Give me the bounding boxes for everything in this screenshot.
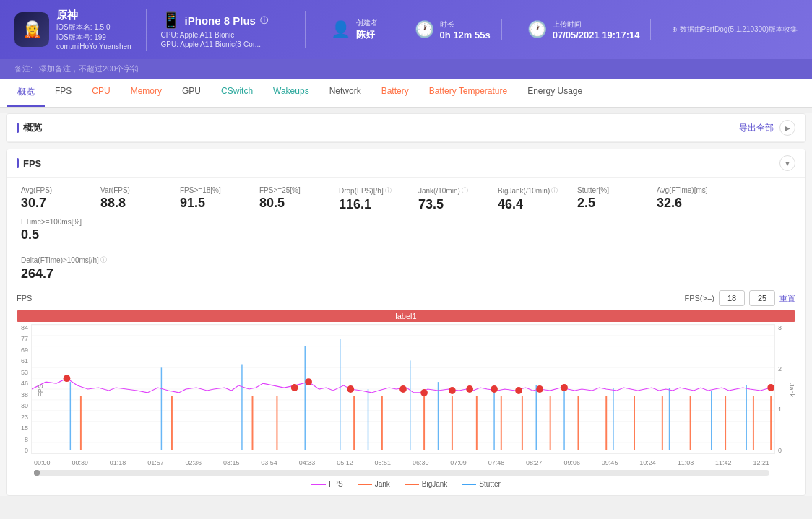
time-14: 09:06 <box>563 459 580 466</box>
y-axis-fps-label: FPS <box>37 384 44 397</box>
svg-point-57 <box>515 387 522 394</box>
metric-ftime-100: FTime>=100ms[%] 0.5 <box>21 218 86 243</box>
metric-var-fps-value: 88.8 <box>100 196 126 211</box>
metric-bigjank-value: 46.4 <box>498 197 523 212</box>
time-6: 03:54 <box>261 459 277 466</box>
time-8: 05:12 <box>337 459 353 466</box>
version-badge: ⊕ 数据由PerfDog(5.1.210300)版本收集 <box>672 25 798 35</box>
y-tick-23: 23 <box>21 414 28 421</box>
gpu-spec: GPU: Apple A11 Bionic(3-Cor... <box>161 40 290 48</box>
y-tick-46: 46 <box>21 380 28 387</box>
metric-fps-25: FPS>=25[%] 80.5 <box>259 186 324 211</box>
cpu-spec: CPU: Apple A11 Bionic <box>161 31 290 39</box>
y-tick-8: 8 <box>25 436 28 443</box>
svg-point-54 <box>449 387 456 394</box>
delta-info-icon[interactable]: ⓘ <box>100 256 107 265</box>
time-17: 11:03 <box>678 459 694 466</box>
upload-label: 上传时间 <box>553 19 640 30</box>
drop-fps-info-icon[interactable]: ⓘ <box>385 186 392 196</box>
fps-collapse-button[interactable]: ▼ <box>779 155 795 171</box>
jank-info-icon[interactable]: ⓘ <box>462 186 468 196</box>
metric-var-fps-label: Var(FPS) <box>100 186 130 194</box>
metric-jank-value: 73.5 <box>418 197 444 212</box>
time-1: 00:39 <box>72 459 88 466</box>
time-16: 10:24 <box>639 459 656 466</box>
metric-fps-25-label: FPS>=25[%] <box>259 186 301 194</box>
tab-fps[interactable]: FPS <box>45 79 82 107</box>
version-text: 数据由PerfDog(5.1.210300)版本收集 <box>680 25 798 33</box>
upload-value: 07/05/2021 19:17:14 <box>553 30 640 40</box>
delta-value: 264.7 <box>21 266 791 282</box>
time-5: 03:15 <box>223 459 240 466</box>
duration-info: 时长 0h 12m 55s <box>440 19 491 40</box>
y-tick-61: 61 <box>21 357 28 365</box>
svg-point-59 <box>561 384 568 391</box>
time-0: 00:00 <box>34 459 51 466</box>
svg-point-56 <box>491 385 498 393</box>
creator-info: 创建者 陈好 <box>356 18 378 41</box>
bundle-id: com.miHoYo.Yuanshen <box>56 43 131 51</box>
y-tick-77: 77 <box>21 335 28 342</box>
svg-point-53 <box>420 389 428 396</box>
tab-wakeups[interactable]: Wakeups <box>263 79 319 107</box>
svg-point-55 <box>466 385 473 393</box>
tab-network[interactable]: Network <box>319 79 371 107</box>
svg-point-58 <box>536 385 543 393</box>
app-name: 原神 <box>56 9 131 22</box>
metric-drop-fps-label: Drop(FPS)[/h] ⓘ <box>339 186 392 196</box>
bigjank-info-icon[interactable]: ⓘ <box>551 186 558 196</box>
tab-cswitch[interactable]: CSwitch <box>211 79 263 107</box>
chart-area: FPS FPS(>=) 重置 label1 84 77 69 61 53 <box>7 284 805 495</box>
overview-header: 概览 导出全部 ▶ <box>7 114 805 142</box>
metric-fps-18: FPS>=18[%] 91.5 <box>180 186 245 211</box>
delta-row: Delta(FTime)>100ms[/h] ⓘ 264.7 <box>7 253 805 284</box>
time-2: 01:18 <box>110 459 126 466</box>
metric-ftime-100-label: FTime>=100ms[%] <box>21 218 82 226</box>
creator-value: 陈好 <box>356 28 378 41</box>
chart-scrollbar[interactable] <box>34 470 769 476</box>
tab-energy[interactable]: Energy Usage <box>517 79 592 107</box>
fps-section-header: FPS ▼ <box>7 149 805 178</box>
metric-fps-25-value: 80.5 <box>259 196 285 211</box>
tab-cpu[interactable]: CPU <box>82 79 120 107</box>
time-7: 04:33 <box>299 459 316 466</box>
tab-battery[interactable]: Battery <box>371 79 419 107</box>
legend-stutter-line <box>462 484 476 485</box>
fps-threshold-2-input[interactable] <box>749 290 775 306</box>
tab-battery-temp[interactable]: Battery Temperature <box>419 79 518 107</box>
legend-bigjank-label: BigJank <box>422 480 448 488</box>
device-info: 📱 iPhone 8 Plus ⓘ CPU: Apple A11 Bionic … <box>161 11 306 48</box>
chart-fps-label: FPS <box>17 294 32 302</box>
tab-gpu[interactable]: GPU <box>172 79 211 107</box>
reset-button[interactable]: 重置 <box>779 293 795 304</box>
overview-collapse-button[interactable]: ▶ <box>779 120 795 136</box>
metric-avg-ftime-value: 32.6 <box>657 196 682 211</box>
metric-var-fps: Var(FPS) 88.8 <box>100 186 165 211</box>
legend-fps: FPS <box>311 480 342 488</box>
export-all-button[interactable]: 导出全部 <box>739 122 774 134</box>
time-19: 12:21 <box>753 459 769 466</box>
metric-fps-18-label: FPS>=18[%] <box>180 186 221 194</box>
notes-placeholder: 添加备注，不超过200个字符 <box>39 64 139 73</box>
info-icon: ⓘ <box>260 15 268 26</box>
fps-threshold-1-input[interactable] <box>719 290 745 306</box>
app-icon-inner: 🧝 <box>14 12 49 47</box>
chart-container: 84 77 69 61 53 46 38 30 23 15 8 0 <box>17 324 795 456</box>
fps-section-title: FPS <box>17 158 41 169</box>
creator-item: 👤 创建者 陈好 <box>320 18 389 41</box>
y-tick-0: 0 <box>25 447 28 454</box>
metric-avg-ftime-label: Avg(FTime)[ms] <box>657 186 708 194</box>
time-9: 05:51 <box>375 459 392 466</box>
tab-overview[interactable]: 概览 <box>7 79 45 107</box>
duration-item: 🕐 时长 0h 12m 55s <box>404 19 502 40</box>
notes-bar[interactable]: 备注: 添加备注，不超过200个字符 <box>0 59 812 79</box>
fps-chart-svg <box>31 324 775 454</box>
overview-section: 概览 导出全部 ▶ <box>6 113 806 143</box>
legend-bigjank: BigJank <box>405 480 448 488</box>
time-12: 07:48 <box>488 459 505 466</box>
creator-icon: 👤 <box>331 20 350 39</box>
legend-jank: Jank <box>358 480 390 488</box>
duration-value: 0h 12m 55s <box>440 30 491 40</box>
time-11: 07:09 <box>450 459 467 466</box>
tab-memory[interactable]: Memory <box>121 79 172 107</box>
